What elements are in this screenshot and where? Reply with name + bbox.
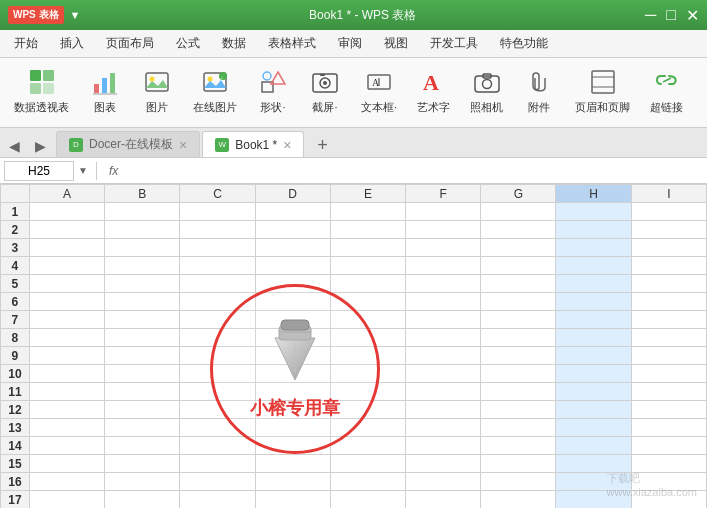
col-header-h[interactable]: H	[556, 185, 631, 203]
cell-e17[interactable]	[330, 491, 405, 509]
cell-a7[interactable]	[29, 311, 104, 329]
cell-h15[interactable]	[556, 455, 631, 473]
cell-g1[interactable]	[481, 203, 556, 221]
toolbar-screenshot[interactable]: 截屏·	[303, 62, 347, 119]
cell-f10[interactable]	[406, 365, 481, 383]
cell-d1[interactable]	[255, 203, 330, 221]
cell-e16[interactable]	[330, 473, 405, 491]
col-header-c[interactable]: C	[180, 185, 255, 203]
cell-b6[interactable]	[105, 293, 180, 311]
cell-f8[interactable]	[406, 329, 481, 347]
cell-h3[interactable]	[556, 239, 631, 257]
cell-g11[interactable]	[481, 383, 556, 401]
cell-b2[interactable]	[105, 221, 180, 239]
cell-ref-dropdown[interactable]: ▼	[78, 165, 88, 176]
cell-c5[interactable]	[180, 275, 255, 293]
cell-f3[interactable]	[406, 239, 481, 257]
cell-i11[interactable]	[631, 383, 706, 401]
row-header-10[interactable]: 10	[1, 365, 30, 383]
cell-i13[interactable]	[631, 419, 706, 437]
cell-a10[interactable]	[29, 365, 104, 383]
cell-f5[interactable]	[406, 275, 481, 293]
toolbar-textbox[interactable]: A 文本框·	[355, 62, 403, 119]
cell-c16[interactable]	[180, 473, 255, 491]
cell-h10[interactable]	[556, 365, 631, 383]
toolbar-online-pic[interactable]: ↓ 在线图片	[187, 62, 243, 119]
cell-a8[interactable]	[29, 329, 104, 347]
row-header-3[interactable]: 3	[1, 239, 30, 257]
cell-g10[interactable]	[481, 365, 556, 383]
cell-f15[interactable]	[406, 455, 481, 473]
cell-d16[interactable]	[255, 473, 330, 491]
menu-table-style[interactable]: 表格样式	[258, 31, 326, 56]
row-header-1[interactable]: 1	[1, 203, 30, 221]
cell-h2[interactable]	[556, 221, 631, 239]
cell-f9[interactable]	[406, 347, 481, 365]
cell-d6[interactable]	[255, 293, 330, 311]
title-bar-menu-arrow[interactable]: ▼	[70, 9, 81, 21]
cell-f2[interactable]	[406, 221, 481, 239]
cell-b12[interactable]	[105, 401, 180, 419]
cell-e7[interactable]	[330, 311, 405, 329]
cell-a1[interactable]	[29, 203, 104, 221]
cell-e3[interactable]	[330, 239, 405, 257]
cell-d11[interactable]	[255, 383, 330, 401]
toolbar-hyperlink[interactable]: 超链接	[644, 62, 689, 119]
cell-c15[interactable]	[180, 455, 255, 473]
cell-e6[interactable]	[330, 293, 405, 311]
cell-b14[interactable]	[105, 437, 180, 455]
cell-h7[interactable]	[556, 311, 631, 329]
menu-page-layout[interactable]: 页面布局	[96, 31, 164, 56]
cell-reference-input[interactable]	[4, 161, 74, 181]
cell-h14[interactable]	[556, 437, 631, 455]
cell-a12[interactable]	[29, 401, 104, 419]
cell-d3[interactable]	[255, 239, 330, 257]
cell-d7[interactable]	[255, 311, 330, 329]
menu-start[interactable]: 开始	[4, 31, 48, 56]
cell-c8[interactable]	[180, 329, 255, 347]
cell-d13[interactable]	[255, 419, 330, 437]
cell-d8[interactable]	[255, 329, 330, 347]
cell-g14[interactable]	[481, 437, 556, 455]
cell-d4[interactable]	[255, 257, 330, 275]
cell-i12[interactable]	[631, 401, 706, 419]
cell-i17[interactable]	[631, 491, 706, 509]
col-header-a[interactable]: A	[29, 185, 104, 203]
cell-b10[interactable]	[105, 365, 180, 383]
toolbar-picture[interactable]: 图片	[135, 62, 179, 119]
cell-c10[interactable]	[180, 365, 255, 383]
cell-g7[interactable]	[481, 311, 556, 329]
cell-i14[interactable]	[631, 437, 706, 455]
col-header-f[interactable]: F	[406, 185, 481, 203]
menu-view[interactable]: 视图	[374, 31, 418, 56]
cell-h16[interactable]	[556, 473, 631, 491]
cell-h5[interactable]	[556, 275, 631, 293]
cell-i5[interactable]	[631, 275, 706, 293]
cell-i16[interactable]	[631, 473, 706, 491]
row-header-2[interactable]: 2	[1, 221, 30, 239]
cell-a17[interactable]	[29, 491, 104, 509]
col-header-e[interactable]: E	[330, 185, 405, 203]
cell-b3[interactable]	[105, 239, 180, 257]
cell-e12[interactable]	[330, 401, 405, 419]
toolbar-attach[interactable]: 附件	[517, 62, 561, 119]
cell-c14[interactable]	[180, 437, 255, 455]
cell-d17[interactable]	[255, 491, 330, 509]
cell-d15[interactable]	[255, 455, 330, 473]
cell-f13[interactable]	[406, 419, 481, 437]
tab-docer[interactable]: D Docer-在线模板 ×	[56, 131, 200, 157]
cell-g13[interactable]	[481, 419, 556, 437]
cell-e11[interactable]	[330, 383, 405, 401]
cell-i15[interactable]	[631, 455, 706, 473]
cell-i7[interactable]	[631, 311, 706, 329]
cell-a3[interactable]	[29, 239, 104, 257]
cell-a11[interactable]	[29, 383, 104, 401]
cell-f4[interactable]	[406, 257, 481, 275]
cell-b17[interactable]	[105, 491, 180, 509]
tab-book1[interactable]: W Book1 * ×	[202, 131, 304, 157]
toolbar-header[interactable]: 页眉和页脚	[569, 62, 636, 119]
cell-i4[interactable]	[631, 257, 706, 275]
cell-c7[interactable]	[180, 311, 255, 329]
cell-b7[interactable]	[105, 311, 180, 329]
row-header-8[interactable]: 8	[1, 329, 30, 347]
